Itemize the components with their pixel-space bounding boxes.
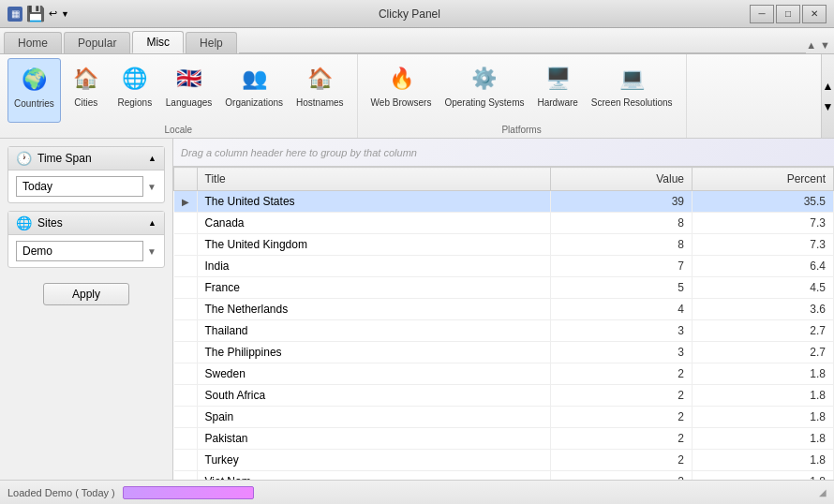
row-title: France	[197, 277, 551, 299]
table-row[interactable]: The United Kingdom87.3	[174, 234, 834, 256]
tab-popular[interactable]: Popular	[64, 32, 130, 53]
table-row[interactable]: Canada87.3	[174, 213, 834, 234]
platforms-group-label: Platforms	[365, 123, 678, 138]
locale-group-label: Locale	[7, 123, 350, 138]
tab-misc[interactable]: Misc	[132, 31, 184, 53]
ribbon-item-hostnames[interactable]: 🏠 Hostnames	[290, 58, 350, 123]
countries-label: Countries	[14, 98, 54, 110]
row-arrow	[174, 385, 198, 407]
sites-dropdown-row: Demo ▼	[16, 241, 156, 261]
hostnames-icon: 🏠	[303, 62, 336, 96]
col-title[interactable]: Title	[197, 168, 551, 191]
row-arrow	[174, 450, 198, 471]
grid-drag-hint: Drag a column header here to group by th…	[181, 147, 417, 158]
ribbon-item-screen-resolutions[interactable]: 💻 Screen Resolutions	[586, 58, 678, 123]
grid-header-row: Title Value Percent	[174, 168, 834, 191]
time-span-icon: 🕐	[16, 151, 32, 166]
row-title: The Philippines	[197, 342, 551, 363]
left-panel: 🕐 Time Span ▲ Today Yesterday Last 7 Day…	[0, 139, 173, 480]
time-span-label: Time Span	[37, 152, 92, 165]
row-title: Spain	[197, 407, 551, 428]
table-row[interactable]: Thailand32.7	[174, 320, 834, 342]
row-value: 8	[551, 213, 693, 234]
ribbon-scroll-down[interactable]: ▼	[820, 39, 830, 51]
ribbon-item-os[interactable]: ⚙️ Operating Systems	[439, 58, 529, 123]
table-row[interactable]: The Netherlands43.6	[174, 299, 834, 320]
sites-section: 🌐 Sites ▲ Demo ▼	[7, 211, 165, 268]
row-value: 2	[551, 471, 693, 481]
time-span-content: Today Yesterday Last 7 Days Last 30 Days…	[8, 170, 164, 202]
screen-resolutions-icon: 💻	[615, 62, 648, 96]
ribbon-item-hardware[interactable]: 🖥️ Hardware	[531, 58, 583, 123]
maximize-button[interactable]: □	[776, 5, 800, 23]
table-row[interactable]: India76.4	[174, 256, 834, 277]
grid-container[interactable]: Title Value Percent ▶The United States39…	[173, 167, 834, 480]
time-span-header[interactable]: 🕐 Time Span ▲	[8, 147, 164, 170]
languages-icon: 🇬🇧	[172, 62, 206, 96]
ribbon-item-web-browsers[interactable]: 🔥 Web Browsers	[365, 58, 438, 123]
row-percent: 2.7	[693, 342, 834, 363]
ribbon-item-cities[interactable]: 🏠 Cities	[63, 58, 110, 123]
table-row[interactable]: The Philippines32.7	[174, 342, 834, 363]
sites-dropdown-arrow: ▼	[147, 246, 156, 257]
tab-help[interactable]: Help	[186, 32, 237, 53]
close-button[interactable]: ✕	[802, 5, 827, 23]
window-title: Clicky Panel	[69, 7, 750, 21]
ribbon-item-organizations[interactable]: 👥 Organizations	[219, 58, 289, 123]
sites-header[interactable]: 🌐 Sites ▲	[8, 212, 164, 235]
ribbon-locale-items: 🌍 Countries 🏠 Cities 🌐 Regions 🇬🇧 Langua…	[7, 58, 350, 123]
status-progress-bar	[123, 486, 254, 499]
resize-handle[interactable]: ◢	[819, 487, 827, 497]
col-percent[interactable]: Percent	[693, 168, 834, 191]
apply-button[interactable]: Apply	[43, 283, 129, 305]
row-arrow: ▶	[174, 191, 198, 213]
row-title: Canada	[197, 213, 551, 234]
row-percent: 2.7	[693, 320, 834, 342]
table-row[interactable]: Spain21.8	[174, 407, 834, 428]
row-percent: 4.5	[693, 277, 834, 299]
status-bar: Loaded Demo ( Today ) ◢	[0, 480, 834, 504]
table-row[interactable]: Pakistan21.8	[174, 428, 834, 450]
hardware-label: Hardware	[537, 97, 577, 109]
table-row[interactable]: South Africa21.8	[174, 385, 834, 407]
quick-access-save[interactable]: 💾	[26, 5, 45, 22]
row-percent: 7.3	[693, 213, 834, 234]
sites-label: Sites	[37, 216, 63, 230]
ribbon-group-locale: 🌍 Countries 🏠 Cities 🌐 Regions 🇬🇧 Langua…	[0, 54, 358, 138]
data-grid: Title Value Percent ▶The United States39…	[173, 167, 834, 480]
sites-dropdown[interactable]: Demo	[16, 241, 143, 261]
row-title: India	[197, 256, 551, 277]
time-span-dropdown[interactable]: Today Yesterday Last 7 Days Last 30 Days…	[16, 176, 143, 197]
row-percent: 1.8	[693, 385, 834, 407]
ribbon-item-regions[interactable]: 🌐 Regions	[112, 58, 158, 123]
tab-home[interactable]: Home	[4, 32, 62, 53]
table-row[interactable]: Turkey21.8	[174, 450, 834, 471]
ribbon-item-languages[interactable]: 🇬🇧 Languages	[160, 58, 218, 123]
ribbon-item-countries[interactable]: 🌍 Countries	[7, 58, 61, 123]
languages-label: Languages	[166, 97, 213, 109]
tab-bar: Home Popular Misc Help ▲ ▼	[0, 28, 834, 54]
table-row[interactable]: France54.5	[174, 277, 834, 299]
expand-arrow-icon: ▶	[182, 197, 189, 207]
regions-label: Regions	[117, 97, 152, 109]
ribbon-scroll-up[interactable]: ▲	[806, 39, 816, 51]
ribbon-scroll-right[interactable]: ▲ ▼	[821, 54, 834, 138]
time-span-dropdown-arrow: ▼	[147, 182, 156, 192]
row-value: 2	[551, 407, 693, 428]
quick-access-undo[interactable]: ↩	[49, 7, 57, 20]
row-title: Sweden	[197, 363, 551, 385]
table-row[interactable]: Viet Nam21.8	[174, 471, 834, 481]
row-arrow	[174, 471, 198, 481]
table-row[interactable]: Sweden21.8	[174, 363, 834, 385]
col-value[interactable]: Value	[551, 168, 693, 191]
row-value: 7	[551, 256, 693, 277]
time-span-dropdown-row: Today Yesterday Last 7 Days Last 30 Days…	[16, 176, 156, 197]
row-percent: 6.4	[693, 256, 834, 277]
quick-access-dropdown[interactable]: ▼	[61, 9, 69, 19]
hardware-icon: 🖥️	[541, 62, 574, 96]
table-row[interactable]: ▶The United States3935.5	[174, 191, 834, 213]
minimize-button[interactable]: ─	[750, 5, 774, 23]
row-arrow	[174, 299, 198, 320]
web-browsers-icon: 🔥	[384, 62, 418, 96]
row-percent: 1.8	[693, 450, 834, 471]
